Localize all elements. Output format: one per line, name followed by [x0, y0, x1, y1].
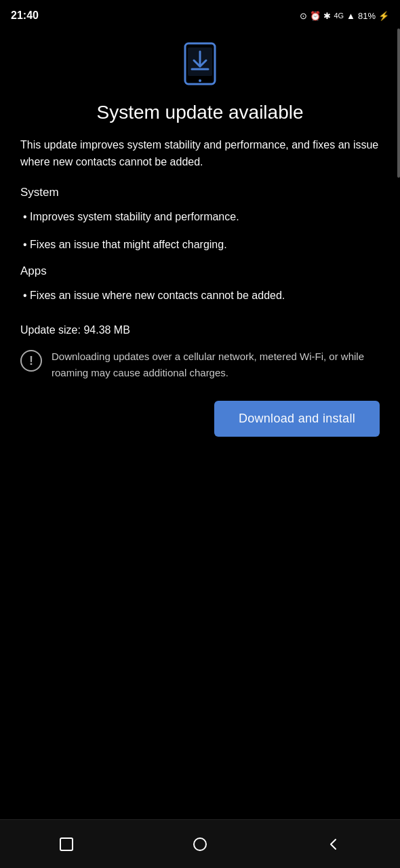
nav-back-button[interactable]: [320, 831, 347, 858]
scroll-thumb: [397, 28, 400, 178]
apps-section-header: Apps: [20, 264, 380, 278]
page-description: This update improves system stability an…: [20, 137, 380, 171]
scroll-indicator[interactable]: [397, 28, 400, 639]
warning-icon: !: [20, 350, 42, 372]
page-title: System update available: [96, 100, 303, 125]
status-icons: ⊙ ⏰ ✱ 4G ▲ 81% ⚡: [300, 11, 389, 21]
button-area: Download and install: [20, 401, 380, 450]
battery-icon: ⚡: [378, 11, 389, 21]
warning-box: ! Downloading updates over a cellular ne…: [20, 349, 380, 380]
system-bullet-1: • Improves system stability and performa…: [20, 209, 380, 226]
alarm-icon: ⏰: [310, 11, 321, 21]
svg-rect-5: [60, 838, 73, 850]
signal-icon: 4G: [334, 12, 344, 20]
main-content: System update available This update impr…: [0, 28, 400, 450]
nav-bar: [0, 819, 400, 868]
update-icon-wrapper: [182, 42, 218, 88]
phone-update-icon: [182, 42, 218, 85]
download-install-button[interactable]: Download and install: [214, 401, 380, 437]
svg-point-4: [199, 79, 201, 82]
location-icon: ⊙: [300, 11, 307, 21]
nav-recents-button[interactable]: [53, 831, 80, 858]
apps-bullet-1: • Fixes an issue where new contacts cann…: [20, 288, 380, 304]
signal-bars: ▲: [346, 11, 355, 21]
battery-percent: 81%: [358, 11, 376, 21]
nav-home-button[interactable]: [186, 831, 214, 858]
system-section-header: System: [20, 186, 380, 199]
update-size: Update size: 94.38 MB: [20, 324, 380, 336]
status-time: 21:40: [11, 9, 39, 22]
warning-text: Downloading updates over a cellular netw…: [52, 349, 380, 380]
system-bullet-2: • Fixes an issue that might affect charg…: [20, 237, 380, 254]
status-bar: 21:40 ⊙ ⏰ ✱ 4G ▲ 81% ⚡: [0, 0, 400, 28]
svg-point-6: [194, 838, 206, 850]
bluetooth-icon: ✱: [323, 11, 331, 21]
